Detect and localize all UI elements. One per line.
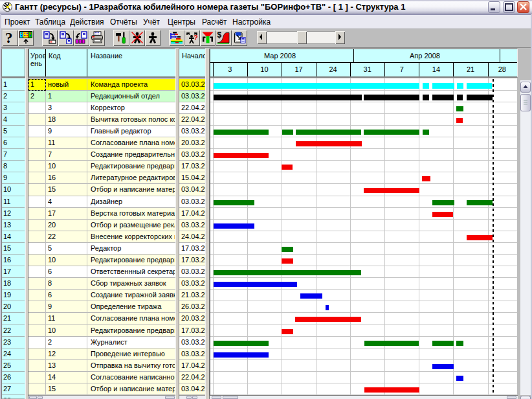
svg-text:$: $ xyxy=(217,31,222,40)
svg-text:?: ? xyxy=(194,34,198,41)
svg-text:?: ? xyxy=(5,31,13,44)
